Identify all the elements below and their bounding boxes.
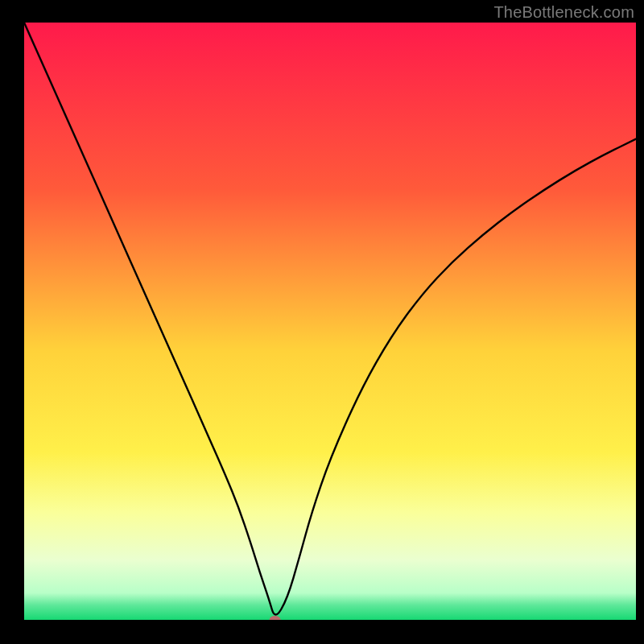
- watermark-text: TheBottleneck.com: [493, 3, 634, 22]
- chart-stage: TheBottleneck.com: [0, 0, 644, 644]
- bottleneck-chart: [0, 0, 644, 644]
- optimum-marker: [270, 616, 281, 624]
- plot-background: [24, 23, 636, 620]
